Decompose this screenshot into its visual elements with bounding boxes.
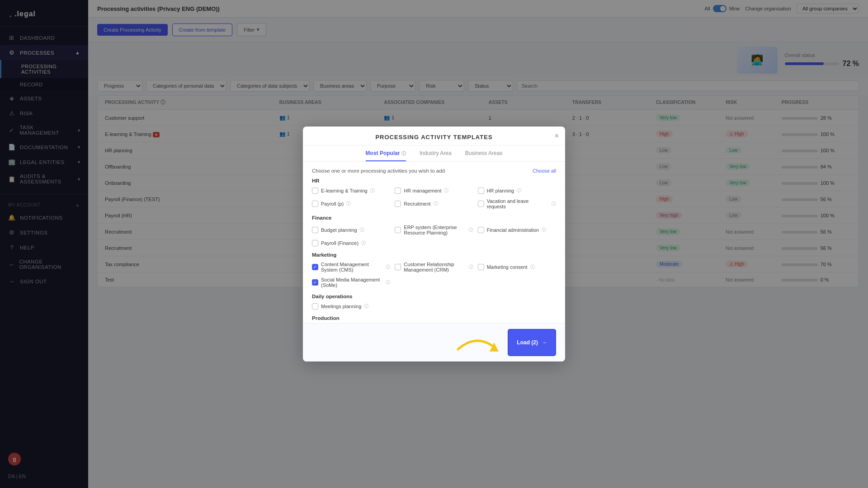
modal-tabs: Most Popular ⓘ Industry Area Business Ar… bbox=[303, 145, 565, 162]
modal-close-button[interactable]: × bbox=[555, 132, 559, 140]
info-icon[interactable]: ⓘ bbox=[517, 188, 521, 194]
category-hr: HR bbox=[312, 178, 556, 183]
template-checkbox-elearning[interactable] bbox=[312, 188, 318, 194]
tab-most-popular[interactable]: Most Popular ⓘ bbox=[366, 150, 406, 161]
template-checkbox-erp[interactable] bbox=[395, 227, 401, 233]
template-checkbox-cms[interactable]: ✓ bbox=[312, 264, 318, 270]
arrow-annotation-svg bbox=[453, 329, 503, 356]
info-icon[interactable]: ⓘ bbox=[434, 201, 438, 207]
template-checkbox-recruitment[interactable] bbox=[395, 201, 401, 207]
template-item: ERP system (Enterprise Resource Planning… bbox=[395, 223, 473, 237]
hr-templates-grid: E-learning & Training ⓘ HR management ⓘ … bbox=[312, 186, 556, 211]
template-item: Meetings planning ⓘ bbox=[312, 302, 390, 311]
template-item: Financial administration ⓘ bbox=[478, 223, 556, 237]
load-button-label: Load (2) bbox=[517, 339, 538, 346]
template-item: HR management ⓘ bbox=[395, 186, 473, 195]
modal-overlay: PROCESSING ACTIVITY TEMPLATES × Most Pop… bbox=[0, 0, 868, 488]
finance-templates-grid: Budget planning ⓘ ERP system (Enterprise… bbox=[312, 223, 556, 248]
info-icon[interactable]: ⓘ bbox=[530, 264, 535, 270]
info-icon[interactable]: ⓘ bbox=[346, 201, 351, 207]
tab-business-areas[interactable]: Business Areas bbox=[465, 150, 503, 161]
info-icon[interactable]: ⓘ bbox=[386, 264, 390, 270]
info-icon[interactable]: ⓘ bbox=[542, 227, 546, 233]
template-checkbox-crm[interactable] bbox=[395, 264, 401, 270]
template-checkbox-hr-planning[interactable] bbox=[478, 188, 484, 194]
info-icon[interactable]: ⓘ bbox=[361, 240, 366, 246]
template-item: Marketing consent ⓘ bbox=[478, 260, 556, 274]
info-icon[interactable]: ⓘ bbox=[469, 264, 473, 270]
tab-industry-area[interactable]: Industry Area bbox=[420, 150, 452, 161]
info-icon[interactable]: ⓘ bbox=[370, 188, 375, 194]
template-item: Budget planning ⓘ bbox=[312, 223, 390, 237]
load-button[interactable]: Load (2) → bbox=[508, 329, 556, 356]
template-checkbox-meetings[interactable] bbox=[312, 303, 318, 310]
template-checkbox-vacation[interactable] bbox=[478, 201, 484, 207]
template-checkbox-budget[interactable] bbox=[312, 227, 318, 233]
daily-ops-templates-grid: Meetings planning ⓘ bbox=[312, 302, 556, 311]
template-checkbox-social-media[interactable]: ✓ bbox=[312, 279, 318, 286]
info-icon[interactable]: ⓘ bbox=[386, 279, 390, 286]
category-finance: Finance bbox=[312, 215, 556, 221]
info-icon[interactable]: ⓘ bbox=[469, 227, 473, 233]
template-item: ✓ Content Management System (CMS) ⓘ bbox=[312, 260, 390, 274]
template-item: Customer Relationship Management (CRM) ⓘ bbox=[395, 260, 473, 274]
template-checkbox-marketing-consent[interactable] bbox=[478, 264, 484, 270]
template-item: E-learning & Training ⓘ bbox=[312, 186, 390, 195]
template-checkbox-payroll-p[interactable] bbox=[312, 201, 318, 207]
arrow-annotation-wrap bbox=[453, 329, 503, 356]
info-icon[interactable]: ⓘ bbox=[552, 201, 556, 207]
template-checkbox-payroll-finance[interactable] bbox=[312, 240, 318, 246]
template-checkbox-financial-admin[interactable] bbox=[478, 227, 484, 233]
modal-header: PROCESSING ACTIVITY TEMPLATES × bbox=[303, 127, 565, 145]
load-arrow-icon: → bbox=[542, 339, 547, 346]
template-checkbox-hr-management[interactable] bbox=[395, 188, 401, 194]
category-production: Production bbox=[312, 315, 556, 321]
marketing-templates-grid: ✓ Content Management System (CMS) ⓘ Cust… bbox=[312, 260, 556, 289]
template-item: Payroll (p) ⓘ bbox=[312, 197, 390, 211]
info-icon[interactable]: ⓘ bbox=[360, 227, 364, 233]
category-marketing: Marketing bbox=[312, 252, 556, 258]
modal-footer: Load (2) → bbox=[303, 323, 565, 361]
category-daily-ops: Daily operations bbox=[312, 294, 556, 299]
template-item: Vacation and leave requests ⓘ bbox=[478, 197, 556, 211]
template-item: ✓ Social Media Management (SoMe) ⓘ bbox=[312, 276, 390, 289]
info-icon[interactable]: ⓘ bbox=[444, 188, 448, 194]
template-item: Payroll (Finance) ⓘ bbox=[312, 239, 390, 248]
modal-title: PROCESSING ACTIVITY TEMPLATES bbox=[375, 134, 492, 141]
template-item: HR planning ⓘ bbox=[478, 186, 556, 195]
info-icon[interactable]: ⓘ bbox=[364, 303, 368, 310]
modal-instruction: Choose one or more processing activities… bbox=[312, 168, 556, 174]
template-item: Recruitment ⓘ bbox=[395, 197, 473, 211]
processing-activity-templates-modal: PROCESSING ACTIVITY TEMPLATES × Most Pop… bbox=[303, 127, 565, 361]
choose-all-link[interactable]: Choose all bbox=[533, 168, 556, 174]
modal-body: Choose one or more processing activities… bbox=[303, 162, 565, 323]
